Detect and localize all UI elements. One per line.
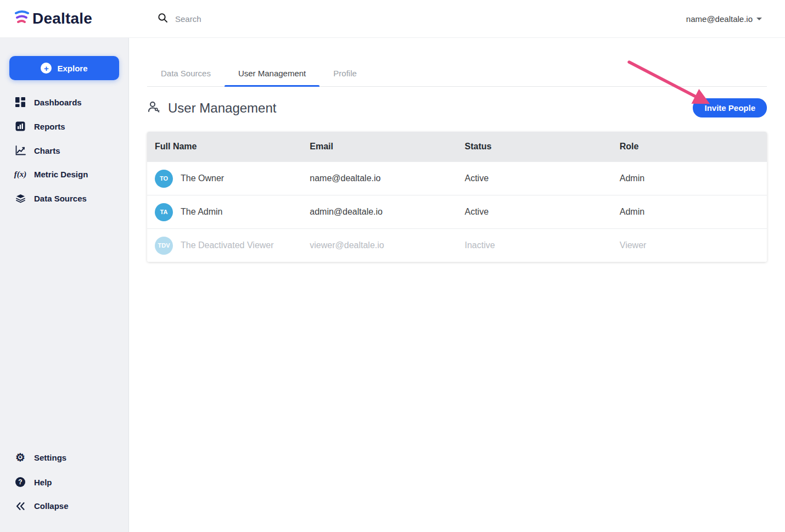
page-header: User Management Invite People <box>147 98 767 117</box>
help-icon: ? <box>14 477 26 487</box>
explore-label: Explore <box>57 64 87 73</box>
sidebar: + Explore Dashboards <box>0 38 129 532</box>
column-header-role: Role <box>612 142 767 152</box>
sidebar-item-reports[interactable]: Reports <box>0 114 128 138</box>
user-name: The Admin <box>181 207 222 217</box>
sidebar-item-collapse[interactable]: Collapse <box>0 494 128 518</box>
sidebar-item-label: Collapse <box>34 501 69 511</box>
sidebar-item-metric-design[interactable]: f(x) Metric Design <box>0 163 128 186</box>
sidebar-nav: Dashboards Reports Charts <box>0 88 128 210</box>
report-chart-icon <box>14 121 26 131</box>
search-icon <box>158 13 168 25</box>
explore-button[interactable]: + Explore <box>9 56 119 80</box>
column-header-email: Email <box>302 142 457 152</box>
account-menu[interactable]: name@dealtale.io <box>686 14 762 24</box>
logo-icon <box>13 9 30 28</box>
sidebar-item-label: Charts <box>34 146 60 155</box>
search-input[interactable]: Search <box>158 13 201 25</box>
tab-profile[interactable]: Profile <box>319 69 371 86</box>
avatar: TDV <box>155 237 173 255</box>
line-chart-icon <box>14 145 26 155</box>
sidebar-footer: ⚙ Settings ? Help Collapse <box>0 445 128 532</box>
user-email: admin@dealtale.io <box>302 207 457 217</box>
sidebar-item-label: Settings <box>34 453 66 462</box>
top-bar: Dealtale Search name@dealtale.io <box>0 0 785 38</box>
dashboard-grid-icon <box>14 97 26 107</box>
function-fx-icon: f(x) <box>14 170 26 179</box>
table-header-row: Full Name Email Status Role <box>147 132 767 161</box>
sidebar-item-settings[interactable]: ⚙ Settings <box>0 445 128 470</box>
sidebar-item-data-sources[interactable]: Data Sources <box>0 186 128 210</box>
user-role: Viewer <box>612 240 767 250</box>
account-email: name@dealtale.io <box>686 14 753 24</box>
avatar: TO <box>155 170 173 188</box>
sidebar-item-label: Reports <box>34 122 65 131</box>
sidebar-item-label: Data Sources <box>34 194 87 203</box>
gear-icon: ⚙ <box>14 452 26 463</box>
table-row[interactable]: TO The Owner name@dealtale.io Active Adm… <box>147 161 767 195</box>
user-name: The Owner <box>181 173 224 183</box>
sidebar-item-help[interactable]: ? Help <box>0 470 128 494</box>
user-role: Admin <box>612 173 767 183</box>
logo-text: Dealtale <box>32 10 92 27</box>
user-name: The Deactivated Viewer <box>181 240 274 250</box>
search-placeholder: Search <box>175 14 201 24</box>
user-email: viewer@dealtale.io <box>302 240 457 250</box>
page-title: User Management <box>168 100 276 116</box>
table-row[interactable]: TA The Admin admin@dealtale.io Active Ad… <box>147 195 767 228</box>
collapse-chevrons-icon <box>14 502 26 511</box>
chevron-down-icon <box>756 18 762 20</box>
user-email: name@dealtale.io <box>302 173 457 183</box>
tab-bar: Data Sources User Management Profile <box>147 69 767 87</box>
sidebar-item-dashboards[interactable]: Dashboards <box>0 90 128 114</box>
sidebar-item-label: Metric Design <box>34 170 88 179</box>
logo[interactable]: Dealtale <box>0 9 129 28</box>
user-role: Admin <box>612 207 767 217</box>
user-management-icon <box>147 101 160 115</box>
user-status: Active <box>457 207 612 217</box>
users-table: Full Name Email Status Role TO The Owner… <box>147 132 767 262</box>
main-content: Data Sources User Management Profile Use… <box>130 38 785 532</box>
user-status: Active <box>457 173 612 183</box>
column-header-status: Status <box>457 142 612 152</box>
sidebar-item-label: Dashboards <box>34 98 82 107</box>
user-status: Inactive <box>457 240 612 250</box>
layers-stack-icon <box>14 193 26 203</box>
tab-user-management[interactable]: User Management <box>225 69 319 86</box>
tab-data-sources[interactable]: Data Sources <box>147 69 225 86</box>
invite-people-button[interactable]: Invite People <box>693 98 767 117</box>
sidebar-item-charts[interactable]: Charts <box>0 138 128 163</box>
plus-icon: + <box>41 63 52 74</box>
avatar: TA <box>155 203 173 221</box>
column-header-full-name: Full Name <box>147 142 302 152</box>
sidebar-item-label: Help <box>34 478 52 487</box>
table-row[interactable]: TDV The Deactivated Viewer viewer@dealta… <box>147 228 767 262</box>
